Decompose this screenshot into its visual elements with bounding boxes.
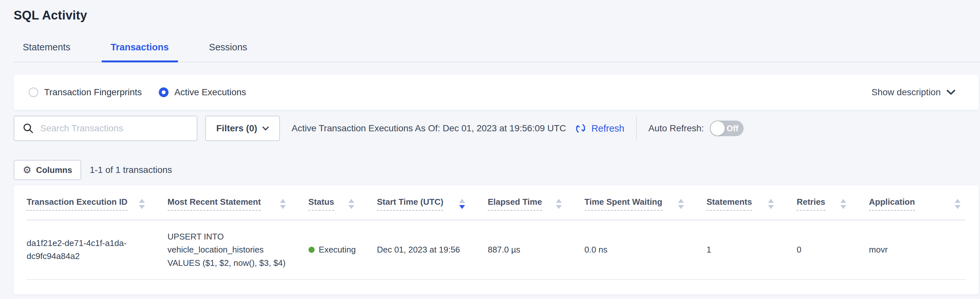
column-header-status[interactable]: Status [309, 185, 377, 220]
search-input[interactable] [40, 123, 190, 134]
search-icon [23, 123, 34, 134]
chevron-down-icon [947, 90, 955, 95]
column-label: Application [869, 197, 915, 211]
view-mode-radio-group: Transaction Fingerprints Active Executio… [29, 87, 246, 98]
search-box[interactable] [14, 116, 197, 141]
tab-transactions[interactable]: Transactions [102, 42, 178, 62]
column-header-most-recent-statement[interactable]: Most Recent Statement [167, 185, 309, 220]
tab-bar: Statements Transactions Sessions [14, 42, 980, 62]
column-header-time-spent-waiting[interactable]: Time Spent Waiting [584, 185, 706, 220]
table-header-row: Transaction Execution ID Most Recent Sta… [27, 185, 966, 220]
columns-button-label: Columns [36, 165, 72, 175]
table-row: da1f21e2-de71-4c1f-a1da-dc9fc94a84a2 UPS… [27, 220, 966, 280]
column-header-application[interactable]: Application [869, 185, 966, 220]
cell-most-recent-statement[interactable]: UPSERT INTO vehicle_location_histories V… [167, 220, 309, 280]
radio-circle-icon[interactable] [29, 88, 38, 97]
sort-arrows-icon[interactable] [348, 199, 354, 209]
toolbar-divider [636, 117, 637, 140]
toolbar: Filters (0) Active Transaction Execution… [14, 116, 979, 141]
sql-activity-page: SQL Activity Statements Transactions Ses… [0, 0, 980, 299]
cell-elapsed-time: 887.0 µs [488, 220, 584, 280]
show-description-toggle[interactable]: Show description [872, 87, 955, 98]
refresh-button[interactable]: Refresh [574, 122, 624, 134]
auto-refresh-toggle[interactable]: Off [710, 121, 744, 136]
radio-circle-icon[interactable] [159, 88, 169, 97]
page-title: SQL Activity [0, 0, 980, 22]
cell-statements: 1 [706, 220, 797, 280]
show-description-label: Show description [872, 87, 941, 98]
sort-arrows-icon[interactable] [678, 199, 684, 209]
toggle-knob [711, 121, 725, 136]
sort-arrows-icon[interactable] [955, 199, 961, 209]
cell-start-time: Dec 01, 2023 at 19:56 [377, 220, 488, 280]
tab-sessions[interactable]: Sessions [200, 42, 256, 62]
radio-active-executions[interactable]: Active Executions [159, 87, 246, 98]
auto-refresh-label: Auto Refresh: [649, 123, 704, 134]
sort-arrows-icon[interactable] [459, 199, 465, 209]
tab-label: Transactions [111, 42, 169, 52]
transactions-table: Transaction Execution ID Most Recent Sta… [27, 185, 966, 280]
column-header-start-time[interactable]: Start Time (UTC) [377, 185, 488, 220]
column-label: Start Time (UTC) [377, 197, 444, 211]
view-mode-card: Transaction Fingerprints Active Executio… [14, 75, 979, 110]
column-header-retries[interactable]: Retries [797, 185, 869, 220]
sort-arrows-icon[interactable] [556, 199, 562, 209]
radio-label: Transaction Fingerprints [44, 87, 142, 98]
sort-arrows-icon[interactable] [139, 199, 145, 209]
tab-statements[interactable]: Statements [14, 42, 80, 62]
column-header-statements[interactable]: Statements [706, 185, 797, 220]
column-label: Status [309, 197, 334, 211]
cell-time-spent-waiting: 0.0 ns [584, 220, 706, 280]
cell-retries: 0 [797, 220, 869, 280]
columns-button[interactable]: ⚙ Columns [14, 160, 81, 180]
gear-icon: ⚙ [23, 165, 32, 175]
column-label: Transaction Execution ID [27, 197, 127, 211]
column-header-elapsed-time[interactable]: Elapsed Time [488, 185, 584, 220]
transactions-table-card: Transaction Execution ID Most Recent Sta… [14, 185, 979, 294]
result-count: 1-1 of 1 transactions [90, 165, 172, 175]
cell-application: movr [869, 220, 966, 280]
toggle-state-label: Off [727, 124, 738, 133]
table-controls-row: ⚙ Columns 1-1 of 1 transactions [14, 160, 979, 180]
tab-label: Sessions [209, 42, 247, 52]
sort-arrows-icon[interactable] [768, 199, 774, 209]
column-label: Statements [706, 197, 752, 211]
column-label: Most Recent Statement [167, 197, 261, 211]
refresh-label: Refresh [591, 123, 624, 134]
chevron-down-icon [262, 126, 269, 131]
column-header-transaction-execution-id[interactable]: Transaction Execution ID [27, 185, 167, 220]
radio-transaction-fingerprints[interactable]: Transaction Fingerprints [29, 87, 142, 98]
status-label: Executing [319, 243, 356, 256]
radio-label: Active Executions [174, 87, 246, 98]
refresh-icon [574, 122, 587, 134]
status-dot-icon [309, 247, 315, 253]
column-label: Retries [797, 197, 825, 211]
filters-button[interactable]: Filters (0) [205, 116, 280, 141]
filters-button-label: Filters (0) [216, 123, 257, 134]
cell-transaction-execution-id[interactable]: da1f21e2-de71-4c1f-a1da-dc9fc94a84a2 [27, 220, 167, 280]
cell-status: Executing [309, 220, 377, 280]
sort-arrows-icon[interactable] [840, 199, 846, 209]
sort-arrows-icon[interactable] [280, 199, 286, 209]
as-of-timestamp: Active Transaction Executions As Of: Dec… [291, 123, 566, 134]
column-label: Elapsed Time [488, 197, 542, 211]
tab-label: Statements [23, 42, 70, 52]
column-label: Time Spent Waiting [584, 197, 662, 211]
